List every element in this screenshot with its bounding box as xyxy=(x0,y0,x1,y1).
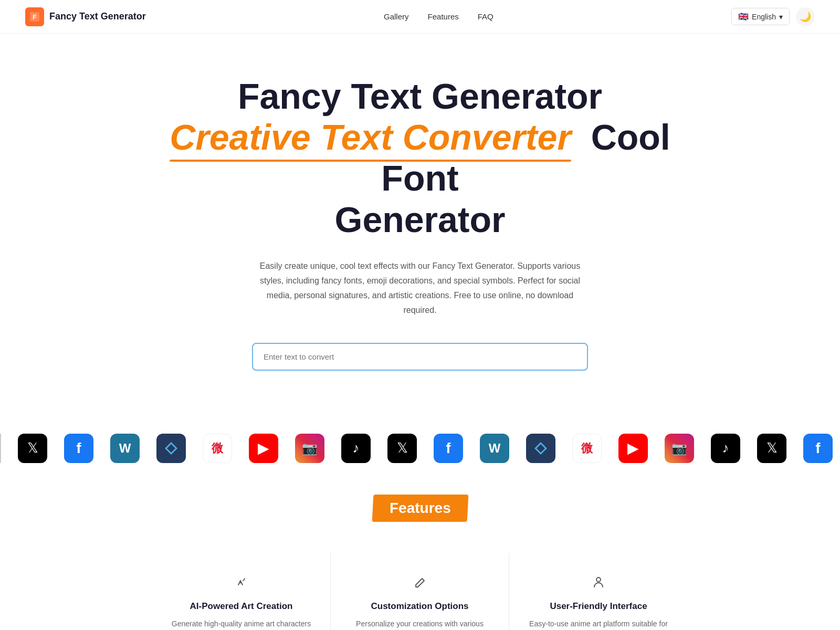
social-marquee: 𝕏 f W 微 ▶ 📷 ♪ 𝕏 f W 微 ▶ 📷 ♪ 𝕏 f W 微 ▶ 📷 … xyxy=(0,434,840,463)
social-facebook-icon-2: f xyxy=(434,434,463,463)
language-button[interactable]: 🇬🇧 English ▾ xyxy=(731,8,790,25)
marquee-track: 𝕏 f W 微 ▶ 📷 ♪ 𝕏 f W 微 ▶ 📷 ♪ 𝕏 f W 微 ▶ 📷 … xyxy=(0,434,840,463)
social-weibo-icon: 微 xyxy=(203,434,232,463)
user-interface-icon xyxy=(526,574,671,593)
social-twitter-icon-2: 𝕏 xyxy=(387,434,417,463)
social-youtube-icon: ▶ xyxy=(249,434,278,463)
flag-icon: 🇬🇧 xyxy=(738,12,749,22)
nav-faq[interactable]: FAQ xyxy=(478,12,494,21)
feature-ai-title: AI-Powered Art Creation xyxy=(169,601,313,612)
social-weibo-icon-2: 微 xyxy=(572,434,602,463)
social-facebook-icon: f xyxy=(64,434,93,463)
social-wordpress-icon-2: W xyxy=(480,434,509,463)
feature-card-ai: AI-Powered Art Creation Generate high-qu… xyxy=(152,553,331,630)
marquee-divider xyxy=(0,434,1,463)
hero-title-line2: Creative Text Converter Cool Font xyxy=(152,117,688,198)
features-badge: Features xyxy=(372,495,468,522)
features-badge-wrapper: Features xyxy=(152,495,688,553)
hero-description: Easily create unique, cool text effects … xyxy=(252,259,588,318)
social-instagram-icon: 📷 xyxy=(295,434,324,463)
feature-custom-title: Customization Options xyxy=(348,601,492,612)
nav-gallery[interactable]: Gallery xyxy=(384,12,409,21)
navbar: F Fancy Text Generator Gallery Features … xyxy=(0,0,840,34)
social-tiktok-icon: ♪ xyxy=(341,434,371,463)
brand-name: Fancy Text Generator xyxy=(49,11,146,22)
feature-custom-desc: Personalize your creations with various … xyxy=(348,618,492,630)
social-dart-icon xyxy=(156,434,186,463)
hero-title: Fancy Text Generator Creative Text Conve… xyxy=(152,76,688,240)
chevron-down-icon: ▾ xyxy=(779,13,783,21)
theme-toggle-button[interactable]: 🌙 xyxy=(796,7,815,26)
social-youtube-icon-2: ▶ xyxy=(618,434,648,463)
svg-point-8 xyxy=(596,578,601,582)
feature-card-interface: User-Friendly Interface Easy-to-use anim… xyxy=(509,553,688,630)
customization-icon xyxy=(348,574,492,593)
social-twitter-icon-3: 𝕏 xyxy=(757,434,786,463)
social-dart-icon-2 xyxy=(526,434,555,463)
nav-links: Gallery Features FAQ xyxy=(384,12,494,21)
social-twitter-icon: 𝕏 xyxy=(18,434,47,463)
brand-logo-icon: F xyxy=(25,7,44,26)
feature-card-customization: Customization Options Personalize your c… xyxy=(331,553,509,630)
features-grid: AI-Powered Art Creation Generate high-qu… xyxy=(152,553,688,630)
social-tiktok-icon-2: ♪ xyxy=(711,434,740,463)
hero-title-line1: Fancy Text Generator xyxy=(152,76,688,117)
hero-title-orange: Creative Text Converter xyxy=(170,117,571,158)
nav-features[interactable]: Features xyxy=(428,12,459,21)
features-section: Features AI-Powered Art Creation Generat… xyxy=(131,463,709,630)
ai-creation-icon xyxy=(169,574,313,593)
feature-interface-title: User-Friendly Interface xyxy=(526,601,671,612)
feature-ai-desc: Generate high-quality anime art characte… xyxy=(169,618,313,630)
text-input-wrapper xyxy=(252,343,588,371)
brand-logo-link[interactable]: F Fancy Text Generator xyxy=(25,7,146,26)
language-label: English xyxy=(752,13,776,21)
text-convert-input[interactable] xyxy=(252,343,588,371)
nav-right: 🇬🇧 English ▾ 🌙 xyxy=(731,7,815,26)
hero-title-line3: Generator xyxy=(152,199,688,240)
svg-text:F: F xyxy=(33,13,37,21)
feature-interface-desc: Easy-to-use anime art platform suitable … xyxy=(526,618,671,630)
social-instagram-icon-2: 📷 xyxy=(665,434,694,463)
social-wordpress-icon: W xyxy=(110,434,140,463)
hero-section: Fancy Text Generator Creative Text Conve… xyxy=(131,34,709,402)
moon-icon: 🌙 xyxy=(800,11,811,23)
social-facebook-icon-3: f xyxy=(803,434,833,463)
